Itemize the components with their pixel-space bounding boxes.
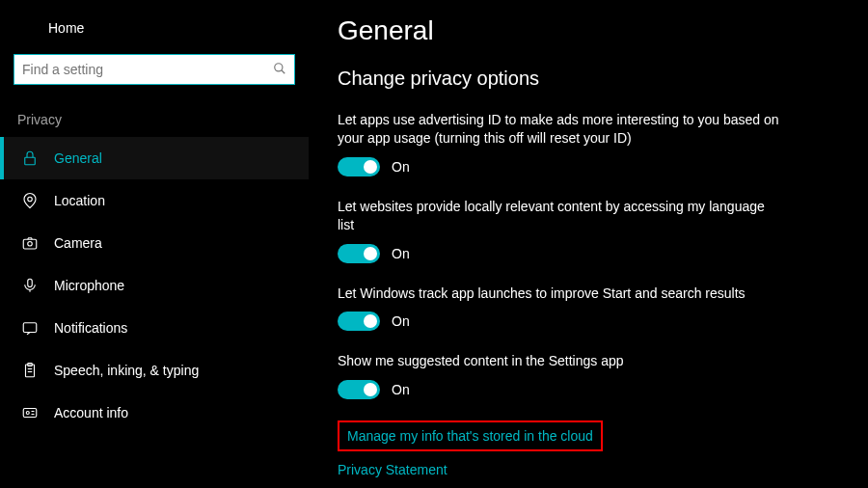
toggle-state-label: On: [392, 313, 410, 329]
sidebar-item-label: Account info: [54, 405, 128, 420]
search-icon: [273, 62, 286, 78]
toggle-suggested-content[interactable]: [338, 380, 380, 399]
option-suggested-content: Show me suggested content in the Setting…: [338, 352, 781, 399]
toggle-state-label: On: [392, 382, 410, 397]
camera-icon: [21, 234, 39, 252]
section-heading: Change privacy options: [338, 68, 839, 90]
clipboard-icon: [21, 362, 39, 379]
sidebar-item-location[interactable]: Location: [0, 179, 309, 222]
section-label: Privacy: [0, 112, 309, 137]
sidebar-item-label: Microphone: [54, 278, 124, 293]
content-area: General Change privacy options Let apps …: [309, 0, 868, 488]
highlight-annotation: Manage my info that's stored in the clou…: [338, 420, 603, 451]
sidebar-item-notifications[interactable]: Notifications: [0, 307, 309, 349]
search-box[interactable]: [14, 54, 295, 85]
option-advertising-id: Let apps use advertising ID to make ads …: [338, 111, 781, 176]
link-manage-cloud-info[interactable]: Manage my info that's stored in the clou…: [347, 428, 593, 444]
svg-line-2: [282, 69, 285, 73]
toggle-advertising-id[interactable]: [338, 157, 380, 176]
option-description: Let apps use advertising ID to make ads …: [338, 111, 781, 148]
sidebar-item-general[interactable]: General: [0, 137, 309, 179]
svg-point-1: [275, 63, 283, 70]
sidebar-item-label: Notifications: [54, 320, 127, 336]
link-privacy-statement[interactable]: Privacy Statement: [338, 462, 448, 477]
toggle-track-launches[interactable]: [338, 312, 380, 331]
toggle-state-label: On: [392, 159, 410, 175]
search-input[interactable]: [22, 62, 273, 77]
location-icon: [21, 192, 39, 209]
notifications-icon: [21, 319, 39, 337]
svg-rect-3: [25, 157, 36, 165]
option-description: Let Windows track app launches to improv…: [338, 285, 781, 303]
gear-icon: [17, 19, 35, 37]
sidebar-item-camera[interactable]: Camera: [0, 222, 309, 264]
sidebar-item-account[interactable]: Account info: [0, 392, 309, 434]
account-icon: [21, 404, 39, 421]
microphone-icon: [21, 277, 39, 294]
home-label: Home: [48, 20, 84, 36]
home-button[interactable]: Home: [0, 14, 309, 54]
svg-rect-8: [23, 323, 37, 333]
sidebar-item-label: Location: [54, 193, 105, 208]
svg-point-14: [26, 412, 29, 415]
option-language-list: Let websites provide locally relevant co…: [338, 198, 781, 263]
option-description: Show me suggested content in the Setting…: [338, 352, 781, 370]
toggle-language-list[interactable]: [338, 244, 380, 263]
option-track-launches: Let Windows track app launches to improv…: [338, 285, 781, 332]
svg-rect-7: [28, 279, 33, 286]
svg-point-6: [28, 242, 33, 247]
svg-rect-13: [23, 409, 37, 418]
svg-point-4: [28, 197, 33, 202]
lock-icon: [21, 149, 39, 167]
sidebar-item-speech[interactable]: Speech, inking, & typing: [0, 349, 309, 392]
sidebar: Home Privacy General Location Camera Mic…: [0, 0, 309, 488]
sidebar-item-label: Camera: [54, 235, 102, 251]
toggle-state-label: On: [392, 246, 410, 261]
sidebar-item-label: General: [54, 150, 102, 166]
option-description: Let websites provide locally relevant co…: [338, 198, 781, 234]
page-title: General: [338, 15, 839, 46]
sidebar-item-microphone[interactable]: Microphone: [0, 264, 309, 307]
svg-rect-5: [23, 239, 37, 249]
sidebar-item-label: Speech, inking, & typing: [54, 363, 199, 378]
